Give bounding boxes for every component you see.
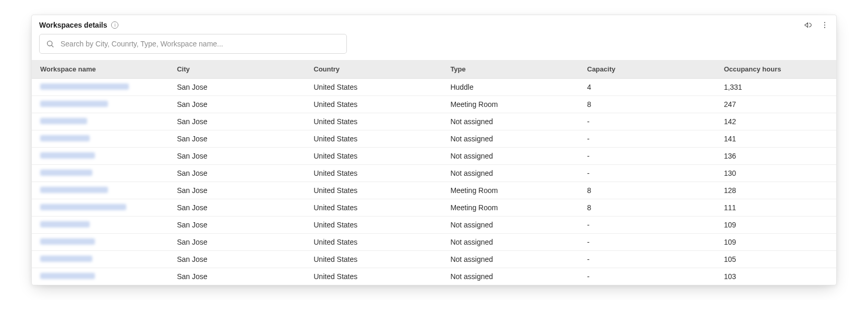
cell-workspace-name xyxy=(32,130,168,148)
cell-type: Not assigned xyxy=(442,165,578,182)
cell-city: San Jose xyxy=(168,251,305,268)
cell-country: United States xyxy=(305,113,442,130)
table-header-row: Workspace name City Country Type Capacit… xyxy=(32,60,836,79)
redacted-name xyxy=(40,256,92,262)
more-icon[interactable] xyxy=(821,21,829,29)
cell-workspace-name xyxy=(32,199,168,216)
table-row[interactable]: San JoseUnited StatesMeeting Room8128 xyxy=(32,182,836,199)
cell-country: United States xyxy=(305,216,442,234)
workspaces-table: Workspace name City Country Type Capacit… xyxy=(32,60,836,285)
table-row[interactable]: San JoseUnited StatesNot assigned-130 xyxy=(32,165,836,182)
table-row[interactable]: San JoseUnited StatesNot assigned-141 xyxy=(32,130,836,148)
col-type[interactable]: Type xyxy=(442,60,578,79)
redacted-name xyxy=(40,238,95,245)
cell-capacity: - xyxy=(579,234,716,251)
redacted-name xyxy=(40,204,126,210)
cell-workspace-name xyxy=(32,251,168,268)
cell-occupancy-hours: 247 xyxy=(716,96,836,113)
col-city[interactable]: City xyxy=(168,60,305,79)
cell-country: United States xyxy=(305,96,442,113)
table-row[interactable]: San JoseUnited StatesNot assigned-105 xyxy=(32,251,836,268)
table-row[interactable]: San JoseUnited StatesMeeting Room8247 xyxy=(32,96,836,113)
cell-city: San Jose xyxy=(168,130,305,148)
cell-country: United States xyxy=(305,268,442,285)
cell-occupancy-hours: 1,331 xyxy=(716,79,836,96)
svg-point-3 xyxy=(47,41,52,46)
cell-capacity: - xyxy=(579,251,716,268)
cell-capacity: - xyxy=(579,130,716,148)
col-country[interactable]: Country xyxy=(305,60,442,79)
cell-workspace-name xyxy=(32,79,168,96)
svg-line-4 xyxy=(52,45,53,47)
cell-capacity: - xyxy=(579,268,716,285)
table-row[interactable]: San JoseUnited StatesHuddle41,331 xyxy=(32,79,836,96)
cell-workspace-name xyxy=(32,182,168,199)
cell-capacity: - xyxy=(579,113,716,130)
announce-icon[interactable] xyxy=(804,20,813,30)
cell-workspace-name xyxy=(32,216,168,234)
cell-country: United States xyxy=(305,182,442,199)
cell-occupancy-hours: 136 xyxy=(716,148,836,165)
cell-occupancy-hours: 128 xyxy=(716,182,836,199)
table-row[interactable]: San JoseUnited StatesNot assigned-109 xyxy=(32,234,836,251)
cell-type: Not assigned xyxy=(442,251,578,268)
cell-country: United States xyxy=(305,130,442,148)
col-occupancy-hours[interactable]: Occupancy hours xyxy=(716,60,836,79)
table-row[interactable]: San JoseUnited StatesNot assigned-103 xyxy=(32,268,836,285)
cell-type: Not assigned xyxy=(442,148,578,165)
redacted-name xyxy=(40,118,87,124)
table-row[interactable]: San JoseUnited StatesMeeting Room8111 xyxy=(32,199,836,216)
svg-point-0 xyxy=(824,22,825,23)
cell-type: Huddle xyxy=(442,79,578,96)
header-actions xyxy=(804,20,829,30)
cell-workspace-name xyxy=(32,113,168,130)
cell-type: Meeting Room xyxy=(442,182,578,199)
cell-city: San Jose xyxy=(168,199,305,216)
redacted-name xyxy=(40,273,95,279)
cell-city: San Jose xyxy=(168,216,305,234)
table-row[interactable]: San JoseUnited StatesNot assigned-142 xyxy=(32,113,836,130)
redacted-name xyxy=(40,83,129,90)
info-icon[interactable]: i xyxy=(111,21,118,29)
table-row[interactable]: San JoseUnited StatesNot assigned-109 xyxy=(32,216,836,234)
cell-occupancy-hours: 103 xyxy=(716,268,836,285)
col-capacity[interactable]: Capacity xyxy=(579,60,716,79)
search-input[interactable] xyxy=(59,39,340,49)
cell-capacity: 8 xyxy=(579,96,716,113)
cell-capacity: - xyxy=(579,216,716,234)
cell-type: Meeting Room xyxy=(442,96,578,113)
redacted-name xyxy=(40,101,108,107)
redacted-name xyxy=(40,170,92,176)
cell-occupancy-hours: 142 xyxy=(716,113,836,130)
cell-capacity: - xyxy=(579,148,716,165)
cell-workspace-name xyxy=(32,96,168,113)
search-wrap xyxy=(32,34,836,60)
cell-country: United States xyxy=(305,165,442,182)
cell-occupancy-hours: 109 xyxy=(716,216,836,234)
cell-city: San Jose xyxy=(168,79,305,96)
svg-point-2 xyxy=(824,27,825,28)
cell-city: San Jose xyxy=(168,113,305,130)
cell-type: Meeting Room xyxy=(442,199,578,216)
cell-type: Not assigned xyxy=(442,216,578,234)
cell-country: United States xyxy=(305,79,442,96)
cell-workspace-name xyxy=(32,148,168,165)
cell-occupancy-hours: 130 xyxy=(716,165,836,182)
cell-capacity: 4 xyxy=(579,79,716,96)
card-title: Workspaces details xyxy=(39,21,107,29)
redacted-name xyxy=(40,135,90,141)
cell-occupancy-hours: 109 xyxy=(716,234,836,251)
table-row[interactable]: San JoseUnited StatesNot assigned-136 xyxy=(32,148,836,165)
cell-city: San Jose xyxy=(168,148,305,165)
cell-type: Not assigned xyxy=(442,268,578,285)
cell-country: United States xyxy=(305,251,442,268)
cell-type: Not assigned xyxy=(442,234,578,251)
cell-city: San Jose xyxy=(168,96,305,113)
col-workspace-name[interactable]: Workspace name xyxy=(32,60,168,79)
workspaces-details-card: Workspaces details i xyxy=(31,15,837,285)
search-icon xyxy=(46,40,54,48)
search-box[interactable] xyxy=(39,34,347,54)
cell-workspace-name xyxy=(32,234,168,251)
cell-city: San Jose xyxy=(168,268,305,285)
cell-type: Not assigned xyxy=(442,113,578,130)
